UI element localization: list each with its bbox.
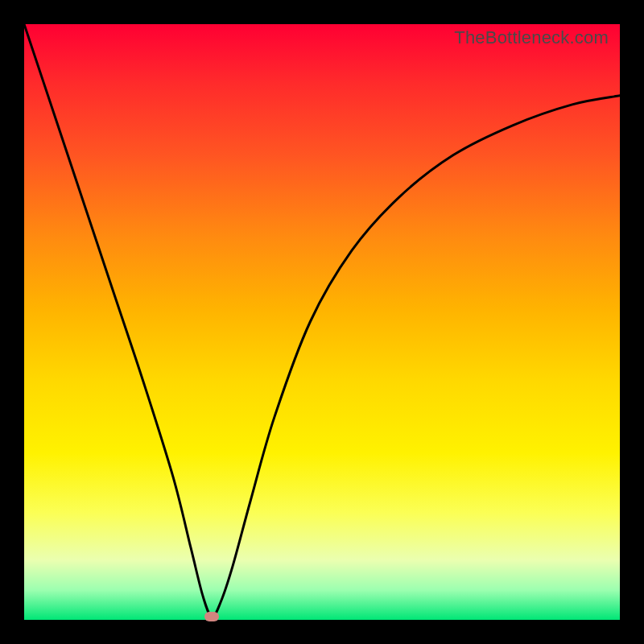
curve-svg xyxy=(24,24,620,620)
chart-frame: TheBottleneck.com xyxy=(0,0,644,644)
plot-area: TheBottleneck.com xyxy=(24,24,620,620)
optimum-marker xyxy=(204,612,219,621)
bottleneck-curve xyxy=(24,24,620,617)
